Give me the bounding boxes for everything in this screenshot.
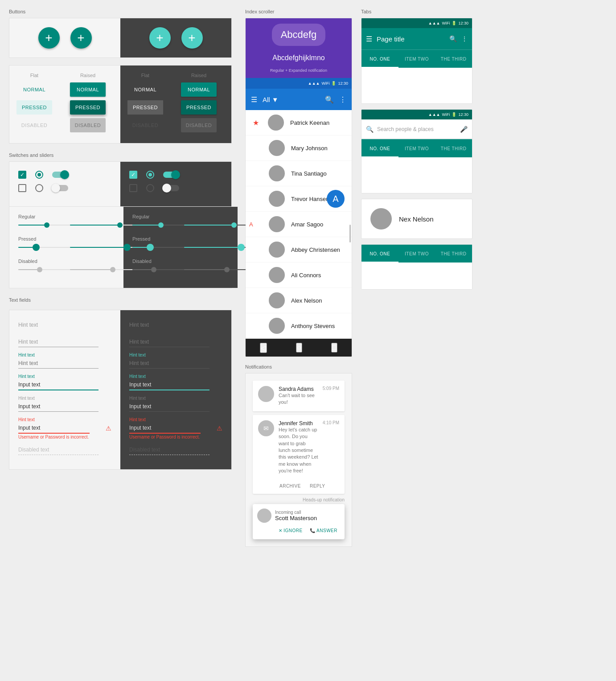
tf-error-text-light: Username or Password is incorrect. [18,435,111,439]
slider-thumb-2[interactable] [117,222,123,228]
radio-on-light[interactable] [35,171,43,179]
list-item-tina[interactable]: Tina Santiago [246,161,352,186]
tf-input-normal-dark[interactable] [129,402,209,412]
slider-track-4[interactable] [70,247,141,248]
time-t2: 12:30 [458,112,468,117]
ignore-btn[interactable]: ✕ IGNORE [276,526,305,535]
list-item-mary[interactable]: Mary Johnson [246,135,352,161]
list-item-trevor[interactable]: Trevor Hansen A [246,186,352,212]
tab-2-item-1[interactable]: NO. ONE [361,139,398,157]
tf-input-active-2-dark[interactable] [129,380,209,390]
pressed-row-dark: PRESSED PRESSED [127,100,224,115]
checkbox-off-dark[interactable] [129,184,137,192]
tab-3-item-2[interactable]: ITEM TWO [398,245,435,263]
tf-dark: Hint text Hint text Hint text Hint text [120,310,231,469]
fab-button-2[interactable]: + [70,27,92,49]
tabs-bar-2: NO. ONE ITEM TWO THE THIRD [361,139,472,157]
fab-button-4[interactable]: + [181,27,203,49]
radio-off-dark[interactable] [146,184,154,192]
checkbox-on-light[interactable] [18,171,26,179]
tf-hint-focused-dark: Hint text [129,336,222,347]
tab-2-item-2[interactable]: ITEM TWO [398,139,435,157]
checkbox-on-dark[interactable] [129,171,137,179]
nav-home-btn[interactable]: ○ [296,343,302,353]
hamburger-icon[interactable]: ☰ [251,95,257,104]
list-item-alex[interactable]: Alex Nelson [246,288,352,313]
name-alex: Alex Nelson [291,297,322,304]
tf-input-active-light[interactable] [18,358,99,369]
nex-name: Nex Nelson [399,215,434,223]
reply-btn[interactable]: REPLY [306,482,329,490]
list-item-ali[interactable]: Ali Connors [246,263,352,288]
slider-track-d4[interactable] [184,247,255,248]
raised-normal-light[interactable]: NORMAL [70,82,106,97]
tab-2-item-3[interactable]: THE THIRD [435,139,472,157]
slider-thumb-3-pressed[interactable] [33,244,40,251]
toggle-on-dark[interactable] [163,172,179,178]
toolbar-dropdown[interactable]: All ▼ [263,96,279,103]
tf-hint-line-dark[interactable]: Hint text [129,336,209,347]
nav-recents-btn[interactable]: □ [331,343,337,353]
tab-1-item-3[interactable]: THE THIRD [435,50,472,68]
slider-thumb-1[interactable] [44,222,49,228]
tab-1-item-1[interactable]: NO. ONE [361,50,398,68]
toggle-off-dark[interactable] [163,185,179,191]
mic-icon-t2[interactable]: 🎤 [460,126,468,133]
raised-disabled-dark: DISABLED [181,118,217,132]
nav-back-btn[interactable]: ◁ [260,343,267,353]
tab-3-item-1[interactable]: NO. ONE [361,245,398,263]
flat-pressed-light[interactable]: PRESSED [16,100,52,115]
tf-input-error-field-light[interactable] [18,423,90,434]
toggle-off-light[interactable] [52,185,68,191]
list-item-amar[interactable]: A Amar Sagoo [246,212,352,237]
controls-off-row [18,184,111,192]
tf-input-normal-light[interactable] [18,402,99,412]
slider-thumb-4-pressed[interactable] [123,244,131,251]
fab-button-1[interactable]: + [38,27,60,49]
index-scroller-label: Index scroller [245,9,352,14]
search-placeholder-t2[interactable]: Search people & places [377,126,456,132]
tf-hint-line-light[interactable]: Hint text [18,336,99,347]
tf-input-active-2-light[interactable] [18,380,99,390]
slider-thumb-d4[interactable] [238,244,245,251]
search-icon-t2[interactable]: 🔍 [366,126,374,133]
list-item-starred[interactable]: ★ Patrick Keenan [246,110,352,135]
tf-light: Hint text Hint text Hint text Hint text [9,310,120,469]
fab-button-3[interactable]: + [149,27,171,49]
more-icon-tabs-1[interactable]: ⋮ [461,35,468,42]
toggle-on-light[interactable] [52,172,68,178]
slider-thumb-d1[interactable] [158,222,164,228]
slider-track-d2[interactable] [184,225,255,226]
answer-btn[interactable]: 📞 ANSWER [307,526,340,535]
search-icon-toolbar[interactable]: 🔍 [325,95,334,104]
toolbar-right-icons: 🔍 ⋮ [325,95,346,104]
checkbox-off-light[interactable] [18,184,26,192]
raised-normal-dark[interactable]: NORMAL [181,82,217,97]
notif-msg-jennifer: Hey let's catch up soon. Do you want to … [279,427,318,475]
slider-track-2[interactable] [70,225,141,226]
archive-btn[interactable]: ARCHIVE [276,482,304,490]
tf-input-error-field-dark[interactable] [129,423,201,434]
search-icon-tabs-1[interactable]: 🔍 [449,35,457,42]
radio-on-dark[interactable] [146,171,154,179]
avatar-trevor [269,191,285,207]
slider-thumb-d2[interactable] [231,222,237,228]
avatar-mary [269,140,285,156]
hamburger-tabs-1[interactable]: ☰ [366,35,372,43]
tab-1-item-2[interactable]: ITEM TWO [398,50,435,68]
flat-pressed-dark[interactable]: PRESSED [127,100,163,115]
list-item-abbey[interactable]: Abbey Christensen [246,237,352,263]
list-item-anthony[interactable]: Anthony Stevens [246,313,352,339]
flat-normal-dark[interactable]: NORMAL [127,82,163,97]
raised-pressed-light[interactable]: PRESSED [70,100,106,115]
tf-input-active-dark[interactable] [129,358,209,369]
flat-normal-light[interactable]: NORMAL [16,82,52,97]
more-icon-toolbar[interactable]: ⋮ [339,95,346,104]
raised-pressed-dark[interactable]: PRESSED [181,100,217,115]
radio-off-light[interactable] [35,184,43,192]
tab-3-item-3[interactable]: THE THIRD [435,245,472,263]
scrollbar[interactable] [349,225,351,242]
fab-buttons-section: + + + + [9,18,232,58]
flatraised-panel: Flat Raised NORMAL NORMAL PRESSED PRESSE… [9,65,232,144]
slider-thumb-d3[interactable] [147,244,154,251]
